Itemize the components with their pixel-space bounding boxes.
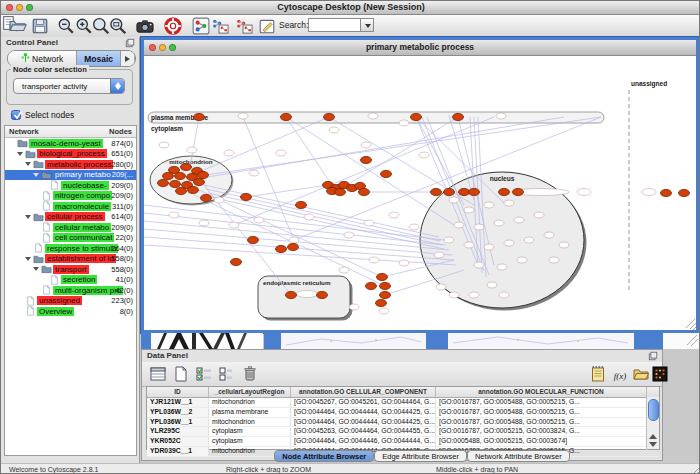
network-node[interactable] (549, 257, 559, 263)
network-node-selected[interactable] (286, 291, 297, 298)
network-canvas[interactable]: plasma membranecytoplasmmitochondrionnuc… (144, 55, 696, 330)
network-node[interactable] (449, 197, 459, 203)
network-node-selected[interactable] (469, 188, 480, 195)
search-dropdown-button[interactable] (360, 18, 374, 32)
open-attributes-icon[interactable] (632, 365, 650, 383)
open-icon[interactable] (9, 17, 27, 35)
network-node-selected[interactable] (248, 236, 259, 243)
network-node-selected[interactable] (194, 178, 205, 185)
network-node[interactable] (349, 304, 359, 310)
network-node[interactable] (534, 212, 544, 218)
network-node[interactable] (464, 207, 474, 213)
expander-triangle-icon[interactable] (33, 173, 39, 177)
network-node[interactable] (436, 284, 446, 290)
network-node-selected[interactable] (201, 194, 212, 201)
network-node[interactable] (454, 222, 464, 228)
network-node[interactable] (187, 147, 197, 153)
tab-mosaic[interactable]: Mosaic (77, 51, 121, 66)
network-node[interactable] (464, 242, 474, 248)
vertical-scrollbar[interactable] (646, 397, 659, 449)
window-title-bar[interactable]: Cytoscape Desktop (New Session) (1, 1, 700, 15)
network-node[interactable] (369, 257, 379, 263)
network-node-selected[interactable] (431, 188, 442, 195)
network-node[interactable] (229, 222, 239, 228)
network-node[interactable] (469, 292, 479, 298)
table-row[interactable]: YKR052Ccytoplasm[GO:0044464, GO:0044446,… (147, 437, 659, 447)
network-node[interactable] (559, 242, 569, 248)
network-node[interactable] (254, 217, 264, 223)
table-row[interactable]: YPL036W__2plasma membrane[GO:0044464, GO… (147, 408, 659, 418)
column-header-1[interactable]: _cellularLayoutRegion (209, 387, 291, 397)
network-node-selected[interactable] (288, 243, 299, 250)
select-attributes-icon[interactable] (195, 365, 213, 383)
network-node[interactable] (238, 113, 248, 119)
network-node[interactable] (214, 197, 224, 203)
network-node[interactable] (169, 212, 179, 218)
zoom-in-icon[interactable] (75, 17, 93, 35)
network-view-window[interactable]: primary metabolic process plasma membran… (141, 37, 699, 333)
network-node-selected[interactable] (335, 188, 346, 195)
network-node[interactable] (364, 220, 374, 226)
network-node-selected[interactable] (459, 188, 470, 195)
column-header-2[interactable]: annotation.GO CELLULAR_COMPONENT (291, 387, 436, 397)
column-header-3[interactable]: annotation.GO MOLECULAR_FUNCTION (436, 387, 647, 397)
network-node[interactable] (409, 224, 419, 230)
search-input[interactable] (308, 18, 363, 32)
network-node[interactable] (504, 240, 514, 246)
network-node[interactable] (199, 220, 209, 226)
table-row[interactable]: YJR121W__1mitochondrion[GO:0045267, GO:0… (147, 398, 659, 408)
network-node-selected[interactable] (444, 188, 455, 195)
tree-row-response-to-stimulu[interactable]: response to stimulu264(0) (5, 243, 136, 254)
network-node-selected[interactable] (381, 170, 392, 177)
tree-row-cellular-metabo[interactable]: cellular metabo209(0) (5, 222, 136, 233)
network-node-selected[interactable] (376, 299, 387, 306)
tree-row-transport[interactable]: transport558(0) (5, 264, 136, 275)
network-node-selected[interactable] (377, 273, 388, 280)
network-node-selected[interactable] (276, 245, 287, 252)
network-node[interactable] (514, 217, 524, 223)
network-node[interactable] (344, 232, 354, 238)
tab-edge-attribute-browser[interactable]: Edge Attribute Browser (374, 450, 467, 462)
duplicate-view-blue-icon[interactable] (211, 17, 229, 35)
color-attribute-dropdown[interactable]: transporter activity (13, 78, 125, 94)
network-node-selected[interactable] (281, 113, 292, 120)
network-node-selected[interactable] (324, 113, 335, 120)
network-node[interactable] (499, 292, 509, 298)
network-node[interactable] (399, 260, 409, 266)
resize-grip-icon[interactable] (688, 464, 700, 474)
network-node[interactable] (159, 142, 169, 148)
tree-row-multi-organism-pro[interactable]: multi-organism pro42(0) (5, 285, 136, 296)
tab-overflow-button[interactable] (121, 51, 135, 66)
scroll-up-icon[interactable] (649, 434, 657, 439)
expander-triangle-icon[interactable] (25, 162, 31, 166)
network-node-selected[interactable] (513, 188, 524, 195)
tree-header[interactable]: Network Nodes (5, 126, 136, 138)
network-node-selected[interactable] (366, 282, 377, 289)
expander-triangle-icon[interactable] (17, 152, 23, 156)
network-node-selected[interactable] (241, 193, 252, 200)
network-node-selected[interactable] (181, 163, 192, 170)
expander-triangle-icon[interactable] (33, 267, 39, 271)
tree-row-nucleobase[interactable]: nucleobase-209(0) (5, 180, 136, 191)
tab-node-attribute-browser[interactable]: Node Attribute Browser (274, 450, 374, 462)
network-node-selected[interactable] (231, 258, 242, 265)
zoom-fit-icon[interactable] (92, 17, 110, 35)
network-node[interactable] (544, 232, 554, 238)
network-node-selected[interactable] (170, 180, 181, 187)
network-node[interactable] (224, 150, 234, 156)
select-nodes-checkbox[interactable] (11, 110, 21, 120)
network-node-selected[interactable] (317, 291, 328, 298)
network-node-selected[interactable] (158, 179, 169, 186)
network-node-selected[interactable] (188, 186, 199, 193)
table-row[interactable]: YPL036W__1mitochondrion[GO:0044464, GO:0… (147, 418, 659, 428)
tree-row-cell-communicat[interactable]: cell communicat22(0) (5, 233, 136, 244)
network-node[interactable] (497, 264, 507, 270)
network-node[interactable] (389, 212, 399, 218)
tree-row-establishment-of-lo[interactable]: establishment of lo558(0) (5, 254, 136, 265)
network-node[interactable] (249, 170, 259, 176)
network-node[interactable] (379, 308, 389, 314)
network-node[interactable] (368, 113, 378, 119)
duplicate-view-red-icon[interactable] (235, 17, 253, 35)
tree-row-biological-process[interactable]: biological_process651(0) (5, 149, 136, 160)
network-node-selected[interactable] (176, 187, 187, 194)
